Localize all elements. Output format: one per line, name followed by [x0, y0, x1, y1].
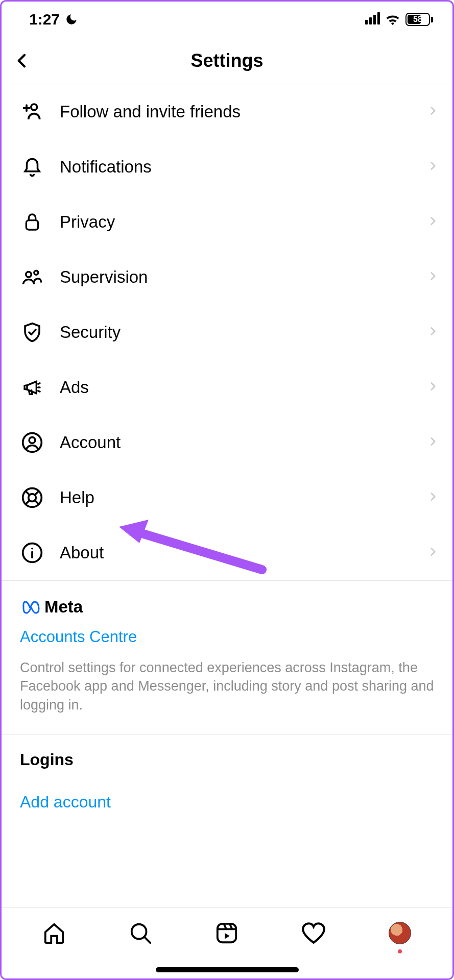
settings-item-label: Security [45, 323, 428, 342]
meta-brand: Meta [20, 597, 434, 617]
accounts-centre-link[interactable]: Accounts Centre [20, 628, 434, 646]
logins-section: Logins Add account [2, 735, 452, 832]
shield-check-icon [19, 321, 45, 344]
svg-rect-1 [26, 220, 38, 230]
avatar-icon [389, 922, 411, 944]
nav-reels[interactable] [212, 919, 241, 947]
svg-point-2 [26, 272, 32, 278]
chevron-right-icon [428, 104, 438, 120]
do-not-disturb-icon [65, 13, 78, 26]
settings-item-label: About [45, 543, 428, 562]
svg-point-7 [29, 494, 36, 502]
settings-item-account[interactable]: Account [2, 415, 452, 470]
chevron-right-icon [428, 434, 438, 451]
chevron-right-icon [428, 545, 438, 561]
lifebuoy-icon [19, 486, 45, 509]
settings-item-security[interactable]: Security [2, 305, 452, 360]
settings-item-notifications[interactable]: Notifications [2, 139, 452, 194]
home-icon [42, 921, 66, 945]
settings-item-label: Privacy [45, 212, 428, 232]
settings-item-label: Follow and invite friends [45, 102, 428, 121]
chevron-right-icon [428, 269, 438, 285]
nav-profile[interactable] [386, 919, 414, 947]
wifi-icon [385, 13, 400, 26]
svg-rect-12 [218, 924, 236, 942]
lock-icon [19, 211, 45, 233]
settings-item-ads[interactable]: Ads [2, 360, 452, 415]
page-header: Settings [2, 37, 452, 84]
heart-icon [301, 921, 326, 945]
cellular-signal-icon [364, 11, 380, 28]
megaphone-icon [19, 377, 45, 398]
home-indicator [156, 967, 299, 972]
add-account-link[interactable]: Add account [20, 793, 434, 812]
chevron-right-icon [428, 159, 438, 175]
meta-logo-icon [20, 600, 40, 614]
settings-item-about[interactable]: About [2, 525, 452, 580]
status-time: 1:27 [29, 11, 60, 28]
svg-point-5 [29, 437, 35, 444]
user-circle-icon [19, 431, 45, 454]
info-icon [19, 542, 45, 564]
chevron-right-icon [428, 324, 438, 340]
settings-item-label: Supervision [45, 267, 428, 287]
bottom-nav [2, 907, 452, 978]
reels-icon [215, 921, 238, 945]
nav-search[interactable] [126, 919, 155, 947]
settings-item-supervision[interactable]: Supervision [2, 250, 452, 305]
settings-item-help[interactable]: Help [2, 470, 452, 525]
svg-point-0 [31, 104, 37, 110]
people-icon [19, 266, 45, 288]
svg-point-9 [31, 548, 33, 550]
meta-brand-text: Meta [44, 597, 83, 617]
chevron-right-icon [428, 214, 438, 230]
svg-point-3 [34, 271, 38, 275]
notification-dot-icon [398, 949, 402, 953]
battery-level: 58 [413, 15, 422, 24]
search-icon [129, 921, 152, 945]
nav-activity[interactable] [299, 919, 328, 947]
back-button[interactable] [11, 50, 33, 72]
settings-item-follow-invite[interactable]: Follow and invite friends [2, 84, 452, 139]
settings-item-label: Help [45, 488, 428, 507]
chevron-left-icon [14, 51, 30, 71]
settings-list: Follow and invite friends Notifications … [2, 84, 452, 580]
logins-title: Logins [20, 750, 434, 769]
battery-indicator: 58 [405, 13, 433, 26]
meta-description: Control settings for connected experienc… [20, 658, 434, 714]
settings-item-label: Notifications [45, 157, 428, 177]
chevron-right-icon [428, 489, 438, 506]
settings-item-label: Account [45, 433, 428, 452]
settings-item-label: Ads [45, 378, 428, 397]
settings-item-privacy[interactable]: Privacy [2, 194, 452, 250]
status-bar: 1:27 58 [2, 2, 452, 37]
meta-section: Meta Accounts Centre Control settings fo… [2, 581, 452, 734]
nav-home[interactable] [40, 919, 68, 947]
bell-icon [19, 156, 45, 178]
add-user-icon [19, 101, 45, 123]
chevron-right-icon [428, 379, 438, 396]
page-title: Settings [190, 50, 263, 71]
